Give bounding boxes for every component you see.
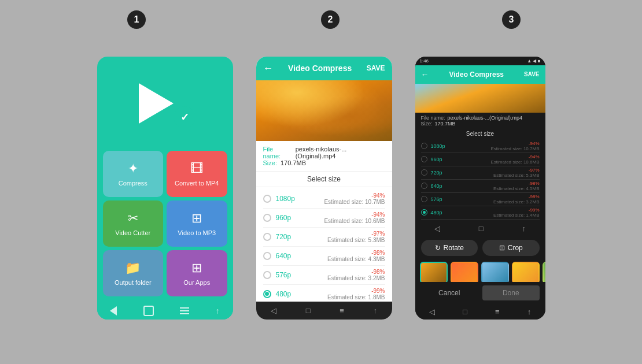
select-size-title-3: Select size — [415, 129, 545, 139]
radio-480p[interactable] — [263, 290, 271, 298]
s3-size-option-640p[interactable]: 640p -98% Estimated size: 4.5MB — [421, 180, 540, 193]
screen3-title: Video Compress — [433, 70, 521, 79]
screen3-header: ← Video Compress SAVE — [415, 65, 545, 84]
filter-none[interactable]: None — [420, 262, 448, 280]
s3-radio-640p[interactable] — [421, 183, 427, 189]
s3-size-option-576p[interactable]: 576p -98% Estimated size: 3.2MB — [421, 193, 540, 206]
convert-mp4-button[interactable]: 🎞 Convert to MP4 — [167, 151, 227, 197]
convert-icon: 🎞 — [190, 161, 203, 176]
size-info-480p: -99% Estimated size: 1.8MB — [327, 288, 385, 300]
filter-vivid-thumb[interactable] — [451, 262, 478, 282]
size-options-list: 1080p -94% Estimated size: 10.7MB 960p -… — [256, 187, 392, 302]
s3-menu-nav[interactable]: ↑ — [522, 224, 526, 233]
filter-vivid[interactable]: Vivid — [451, 262, 478, 280]
back-button[interactable]: ← — [421, 70, 429, 79]
person-nav-icon[interactable]: ↑ — [374, 306, 378, 315]
done-button[interactable]: Done — [482, 285, 540, 300]
filesize-value: 170.7MB — [281, 159, 306, 166]
s3-home-nav-bottom[interactable]: □ — [463, 307, 467, 316]
size-option-1080p[interactable]: 1080p -94% Estimated size: 10.7MB — [263, 190, 385, 209]
size-label-720p: 720p — [276, 233, 323, 241]
compress-button[interactable]: ✦ Compress — [103, 151, 164, 197]
size-option-720p[interactable]: 720p -97% Estimated size: 5.3MB — [263, 228, 385, 247]
s3-menu-nav-bottom[interactable]: ≡ — [495, 307, 500, 316]
filesize-label: Size: — [263, 159, 277, 166]
s3-size-option-480p[interactable]: 480p -99% Estimated size: 1.4MB — [421, 206, 540, 220]
rotate-button[interactable]: ↻ Rotate — [421, 240, 478, 256]
output-folder-button[interactable]: 📁 Output folder — [103, 250, 164, 296]
s3-size-option-1080p[interactable]: 1080p -94% Estimated size: 10.7MB — [421, 140, 540, 153]
home-nav-icon[interactable] — [143, 306, 154, 316]
size-option-640p[interactable]: 640p -98% Estimated size: 4.3MB — [263, 247, 385, 266]
filter-honey[interactable]: Honey — [512, 262, 540, 280]
s3-radio-1080p[interactable] — [421, 143, 427, 149]
filter-row: None Vivid Playa Honey Isla — [415, 259, 545, 282]
save-button[interactable]: SAVE — [367, 64, 385, 72]
size-option-576p[interactable]: 576p -98% Estimated size: 3.2MB — [263, 266, 385, 285]
s3-home-nav[interactable]: □ — [479, 224, 484, 233]
size-options-list-3: 1080p -94% Estimated size: 10.7MB 960p -… — [415, 139, 545, 221]
step-badge-1: 1 — [127, 10, 146, 29]
size-option-960p[interactable]: 960p -94% Estimated size: 10.6MB — [263, 209, 385, 228]
s3-back-nav-bottom[interactable]: ◁ — [429, 307, 435, 316]
scissors-icon: ✂ — [128, 211, 138, 226]
filename-value-3: pexels-nikolaus-...(Original).mp4 — [448, 115, 523, 121]
screen2-navbar: ◁ □ ≡ ↑ — [256, 302, 392, 320]
s3-size-option-720p[interactable]: 720p -97% Estimated size: 5.3MB — [421, 166, 540, 180]
radio-1080p[interactable] — [263, 195, 271, 203]
size-info-960p: -94% Estimated size: 10.6MB — [324, 211, 385, 224]
s3-radio-480p[interactable] — [421, 209, 427, 216]
rotate-label: Rotate — [444, 244, 464, 252]
crop-button[interactable]: ⊡ Crop — [482, 240, 540, 256]
video-to-mp3-button[interactable]: ⊞ Video to MP3 — [167, 200, 227, 247]
s3-person-nav-bottom[interactable]: ↑ — [527, 307, 532, 316]
filter-isla-thumb[interactable] — [543, 262, 545, 282]
s3-radio-960p[interactable] — [421, 156, 427, 162]
back-nav-icon[interactable] — [110, 306, 117, 315]
s3-back-nav[interactable]: ◁ — [434, 224, 440, 233]
crop-icon: ⊡ — [499, 244, 505, 252]
s3-size-option-960p[interactable]: 960p -94% Estimated size: 10.6MB — [421, 153, 540, 166]
step-badge-2: 2 — [321, 10, 340, 29]
radio-960p[interactable] — [263, 214, 271, 222]
main-grid: ✦ Compress 🎞 Convert to MP4 ✂ Video Cutt… — [97, 151, 233, 302]
radio-640p[interactable] — [263, 252, 271, 260]
person-nav-icon[interactable]: ↑ — [216, 306, 220, 315]
rotate-icon: ↻ — [435, 244, 441, 252]
play-arrow-icon — [139, 83, 174, 124]
step-badge-3: 3 — [502, 10, 521, 29]
back-button[interactable]: ← — [263, 62, 274, 75]
save-button[interactable]: SAVE — [524, 71, 540, 77]
size-info-720p: -97% Estimated size: 5.3MB — [327, 231, 385, 243]
filename-value: pexels-nikolaus-...(Original).mp4 — [296, 146, 385, 159]
radio-576p[interactable] — [263, 271, 271, 279]
menu-nav-icon[interactable] — [180, 307, 189, 314]
our-apps-button[interactable]: ⊞ Our Apps — [167, 250, 227, 296]
filter-playa[interactable]: Playa — [481, 262, 509, 280]
screen3: 1:46 ▲ ◀ ■ ← Video Compress SAVE File na… — [415, 57, 545, 320]
screen3-nav-mid: ◁ □ ↑ — [415, 221, 545, 236]
size-label-960p: 960p — [276, 214, 320, 222]
s3-radio-576p[interactable] — [421, 196, 427, 202]
video-thumbnail — [256, 80, 392, 141]
screen2-title: Video Compress — [278, 64, 362, 73]
filter-isla[interactable]: Isla — [543, 262, 545, 280]
cancel-button[interactable]: Cancel — [421, 285, 478, 300]
filter-none-thumb[interactable] — [420, 262, 448, 282]
menu-nav-icon[interactable]: ≡ — [340, 306, 344, 315]
back-nav-icon[interactable]: ◁ — [271, 306, 276, 315]
video-cutter-button[interactable]: ✂ Video Cutter — [103, 200, 164, 247]
screen3-navbar-bottom: ◁ □ ≡ ↑ — [415, 304, 545, 320]
filter-honey-thumb[interactable] — [512, 262, 540, 282]
size-option-480p[interactable]: 480p -99% Estimated size: 1.8MB — [263, 285, 385, 302]
s3-radio-720p[interactable] — [421, 169, 427, 176]
size-info-640p: -98% Estimated size: 4.3MB — [327, 250, 385, 262]
filesize-label-3: Size: — [421, 121, 433, 127]
size-label-640p: 640p — [276, 252, 323, 260]
select-size-title: Select size — [256, 172, 392, 187]
screen1: ✦ Compress 🎞 Convert to MP4 ✂ Video Cutt… — [97, 57, 233, 320]
radio-720p[interactable] — [263, 233, 271, 241]
home-nav-icon[interactable]: □ — [306, 306, 311, 315]
folder-icon: 📁 — [125, 261, 141, 276]
filter-playa-thumb[interactable] — [481, 262, 509, 282]
